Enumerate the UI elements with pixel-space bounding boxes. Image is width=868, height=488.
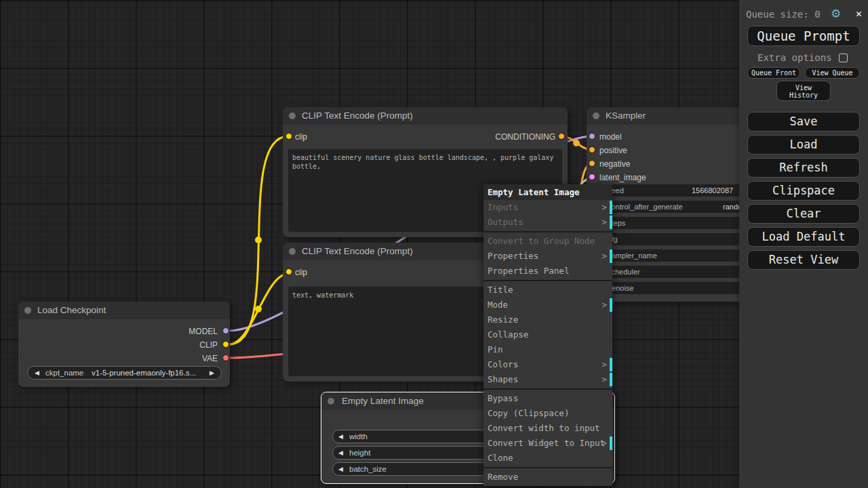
menu-separator <box>484 388 612 390</box>
extra-options-label: Extra options <box>757 52 832 63</box>
app-window: CLIP Text Encode (Prompt) clip CONDITION… <box>0 0 868 488</box>
submenu-indicator <box>610 298 612 312</box>
clear-button[interactable]: Clear <box>747 204 860 224</box>
menu-item-copy-clipspace[interactable]: Copy (Clipspace) <box>484 406 612 421</box>
link-midpoint-dot <box>573 140 580 146</box>
widget-prev-arrow-icon[interactable]: ◀ <box>338 430 343 443</box>
menu-separator <box>484 467 612 468</box>
output-label-clip: CLIP <box>199 340 218 350</box>
node-title: CLIP Text Encode (Prompt) <box>302 243 413 260</box>
ckpt-name-widget[interactable]: ◀ ckpt_name v1-5-pruned-emaonly-fp16.s..… <box>27 366 222 380</box>
widget-label: scheduler <box>608 266 640 278</box>
queue-front-button[interactable]: Queue Front <box>747 67 800 79</box>
latent-image-input-port[interactable] <box>589 174 595 180</box>
widget-label: ckpt_name <box>45 367 83 379</box>
widget-prev-arrow-icon[interactable]: ◀ <box>35 367 39 379</box>
widget-prev-arrow-icon[interactable]: ◀ <box>338 463 343 475</box>
node-collapse-dot[interactable] <box>328 398 334 405</box>
menu-item-properties-panel[interactable]: Properties Panel <box>484 264 612 279</box>
menu-item-shapes[interactable]: Shapes > <box>484 372 612 387</box>
output-label-model: MODEL <box>189 327 218 336</box>
node-collapse-dot[interactable] <box>289 113 296 119</box>
node-title-bar[interactable]: Load Checkpoint <box>18 302 230 319</box>
menu-separator <box>484 280 612 281</box>
menu-item-properties[interactable]: Properties > <box>484 249 612 264</box>
menu-item-collapse[interactable]: Collapse <box>484 327 612 342</box>
widget-prev-arrow-icon[interactable]: ◀ <box>338 447 343 459</box>
comfy-menu-panel: Queue size: 0 ⚙ ✕ Queue Prompt Extra opt… <box>739 0 868 488</box>
menu-item-outputs: Outputs > <box>484 215 612 230</box>
node-title: Empty Latent Image <box>342 392 424 410</box>
model-output-port[interactable] <box>222 327 229 334</box>
menu-item-colors[interactable]: Colors > <box>484 357 612 372</box>
save-button[interactable]: Save <box>747 112 860 131</box>
clipspace-button[interactable]: Clipspace <box>747 181 860 201</box>
output-label: CONDITIONING <box>495 132 555 142</box>
menu-item-title[interactable]: Title <box>484 283 612 298</box>
submenu-arrow-icon: > <box>601 372 607 387</box>
menu-item-mode[interactable]: Mode > <box>484 298 612 312</box>
menu-item-convert-widget-to-input[interactable]: Convert Widget to Input > <box>484 436 612 451</box>
widget-label: batch_size <box>349 463 387 475</box>
refresh-button[interactable]: Refresh <box>747 158 860 178</box>
input-label: clip <box>295 132 307 142</box>
settings-gear-icon[interactable]: ⚙ <box>831 7 841 20</box>
widget-value: 1566802087 <box>692 184 733 197</box>
queue-prompt-button[interactable]: Queue Prompt <box>747 26 860 46</box>
submenu-arrow-icon: > <box>601 215 607 230</box>
view-queue-button[interactable]: View Queue <box>805 67 860 79</box>
node-title: CLIP Text Encode (Prompt) <box>302 107 413 125</box>
close-icon[interactable]: ✕ <box>856 7 862 20</box>
positive-input-port[interactable] <box>589 146 595 153</box>
input-label: clip <box>295 268 307 277</box>
context-menu-title: Empty Latent Image <box>484 184 612 200</box>
node-title-bar[interactable]: CLIP Text Encode (Prompt) <box>283 107 568 125</box>
clip-input-port[interactable] <box>285 268 292 275</box>
submenu-indicator <box>610 373 612 386</box>
widget-label: control_after_generate <box>608 201 683 213</box>
submenu-arrow-icon: > <box>601 436 607 451</box>
input-label-latent-image: latent_image <box>599 173 646 182</box>
negative-input-port[interactable] <box>589 160 595 167</box>
menu-item-inputs: Inputs > <box>484 200 612 215</box>
vae-output-port[interactable] <box>222 354 229 361</box>
input-label-model: model <box>599 132 622 142</box>
menu-item-remove[interactable]: Remove <box>484 470 612 485</box>
node-collapse-dot[interactable] <box>593 113 599 119</box>
menu-item-bypass[interactable]: Bypass <box>484 391 612 406</box>
menu-item-resize[interactable]: Resize <box>484 312 612 327</box>
submenu-indicator <box>610 216 612 229</box>
menu-item-clone[interactable]: Clone <box>484 451 612 466</box>
view-history-button[interactable]: View History <box>776 81 831 101</box>
menu-item-convert-width-to-input[interactable]: Convert width to input <box>484 421 612 436</box>
link-midpoint-dot <box>255 306 262 312</box>
submenu-arrow-icon: > <box>601 249 607 264</box>
submenu-arrow-icon: > <box>601 298 607 312</box>
model-input-port[interactable] <box>589 133 595 140</box>
output-label-vae: VAE <box>202 354 218 363</box>
menu-item-pin[interactable]: Pin <box>484 342 612 357</box>
submenu-indicator <box>610 201 612 214</box>
clip-input-port[interactable] <box>285 133 292 140</box>
node-collapse-dot[interactable] <box>289 248 296 255</box>
submenu-arrow-icon: > <box>601 357 607 372</box>
submenu-indicator <box>610 249 612 263</box>
submenu-indicator <box>610 436 612 450</box>
node-collapse-dot[interactable] <box>24 307 31 314</box>
node-load-checkpoint[interactable]: Load Checkpoint MODEL CLIP VAE ◀ ckpt_na… <box>18 302 230 387</box>
clip-output-port[interactable] <box>222 341 229 348</box>
input-label-positive: positive <box>599 146 627 155</box>
context-menu: Empty Latent Image Inputs > Outputs > Co… <box>484 184 612 486</box>
reset-view-button[interactable]: Reset View <box>747 250 860 270</box>
link-midpoint-dot <box>255 237 262 243</box>
node-title: KSampler <box>606 107 646 125</box>
load-button[interactable]: Load <box>747 135 860 155</box>
load-default-button[interactable]: Load Default <box>747 227 860 247</box>
input-label-negative: negative <box>599 159 630 169</box>
conditioning-output-port[interactable] <box>558 133 565 140</box>
extra-options-checkbox[interactable] <box>839 54 848 62</box>
submenu-arrow-icon: > <box>601 200 607 215</box>
widget-next-arrow-icon[interactable]: ▶ <box>210 367 214 379</box>
menu-item-convert-to-group-node: Convert to Group Node <box>484 234 612 249</box>
node-title: Load Checkpoint <box>37 302 106 319</box>
